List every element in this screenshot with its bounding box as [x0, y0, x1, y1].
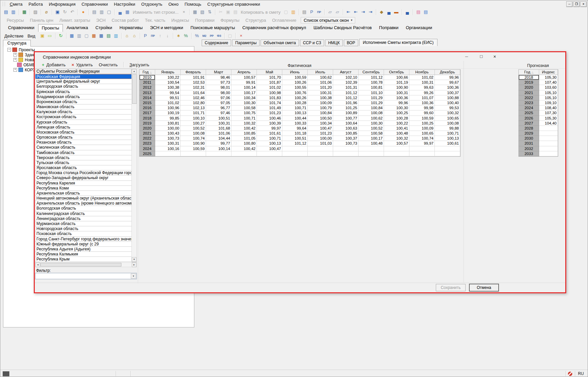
fact-value-cell[interactable]: 99,26 [409, 90, 435, 95]
fact-value-cell[interactable]: 100,59 [409, 116, 435, 121]
view-item-11[interactable]: Оглавление [269, 18, 299, 23]
fact-value-cell[interactable]: 101,29 [359, 95, 384, 100]
indent-remove-icon[interactable]: ⇥ [360, 9, 367, 15]
fact-value-cell[interactable]: 99,97 [409, 141, 435, 146]
fz-icon[interactable]: ФЗ [216, 33, 222, 39]
fact-value-cell[interactable]: 101,61 [257, 131, 282, 136]
forecast-value-cell[interactable] [539, 146, 558, 151]
forecast-year-cell[interactable]: 2020 [519, 85, 539, 90]
folder-collapse-icon[interactable]: ▭ [46, 33, 53, 39]
fact-value-cell[interactable]: 100,25 [409, 121, 435, 126]
fact-value-cell[interactable] [206, 151, 231, 156]
fact-value-cell[interactable]: 100,08 [181, 131, 206, 136]
fact-value-cell[interactable]: 100,59 [181, 146, 206, 151]
forecast-value-cell[interactable] [539, 151, 558, 156]
main-tab-1[interactable]: Справочники [4, 24, 38, 32]
region-row[interactable]: Российская Федерация [35, 74, 131, 79]
forecast-value-cell[interactable] [539, 126, 558, 131]
pp-icon[interactable]: РР [208, 33, 215, 39]
region-row[interactable]: Московская область [35, 130, 131, 135]
fact-value-cell[interactable]: 100,00 [308, 136, 333, 141]
region-row[interactable]: Город Москва столица Российской Федераци… [35, 170, 131, 175]
fact-value-cell[interactable]: 101,74 [257, 100, 282, 105]
fact-value-cell[interactable]: 100,00 [155, 126, 181, 131]
forecast-year-cell[interactable]: 2022 [519, 95, 539, 100]
forecast-value-cell[interactable]: 107,30 [539, 110, 558, 116]
summary-estimate-icon[interactable]: ▦ [91, 33, 97, 39]
region-row[interactable]: Псковская область [35, 231, 131, 236]
materials-icon[interactable]: ▬ [393, 9, 400, 15]
region-vertical-scrollbar[interactable]: ▲ ▼ [131, 69, 137, 262]
cut-icon[interactable]: ✂ [217, 9, 224, 15]
fact-value-cell[interactable]: 100,51 [282, 136, 308, 141]
fact-value-cell[interactable] [257, 151, 282, 156]
row-settings-icon[interactable]: ▤ [91, 9, 98, 15]
region-row[interactable]: Белгородская область [35, 84, 131, 89]
fact-value-cell[interactable]: 100,64 [333, 121, 359, 126]
fact-value-cell[interactable] [384, 151, 409, 156]
fact-value-cell[interactable]: 100,09 [308, 100, 333, 105]
fact-value-cell[interactable]: 100,59 [282, 75, 308, 80]
search-icon[interactable]: ⌀ [43, 9, 50, 15]
forecast-year-cell[interactable]: 2031 [519, 141, 539, 146]
fact-value-cell[interactable]: 101,06 [308, 80, 333, 85]
forecast-year-cell[interactable]: 2033 [519, 151, 539, 156]
fact-value-cell[interactable]: 100,71 [231, 116, 257, 121]
forecast-value-cell[interactable]: 109,10 [539, 100, 558, 105]
fact-value-cell[interactable]: 100,28 [282, 100, 308, 105]
fact-value-cell[interactable]: 102,46 [181, 95, 206, 100]
menu-item-6[interactable]: Отдохнуть [138, 1, 165, 8]
fact-column-header[interactable]: Январь [155, 70, 181, 75]
fact-value-cell[interactable]: 100,90 [181, 141, 206, 146]
local-estimate-icon[interactable]: ▥ [76, 33, 83, 39]
region-row[interactable]: Новгородская область [35, 226, 131, 231]
fact-value-cell[interactable] [435, 151, 460, 156]
fact-value-cell[interactable]: 100,54 [155, 80, 181, 85]
region-row[interactable]: Ленинградская область [35, 216, 131, 221]
fact-value-cell[interactable]: 100,73 [155, 136, 181, 141]
fact-value-cell[interactable]: 100,38 [308, 95, 333, 100]
fact-value-cell[interactable]: 100,73 [333, 141, 359, 146]
house-edit-icon[interactable]: ⌂ [131, 33, 138, 39]
fact-value-cell[interactable]: 100,13 [257, 141, 282, 146]
region-row[interactable]: Республика Крым [35, 257, 131, 262]
fact-value-cell[interactable]: 101,02 [409, 75, 435, 80]
fact-value-cell[interactable]: 100,17 [231, 90, 257, 95]
fact-value-cell[interactable]: 100,65 [435, 116, 460, 121]
export-doc-icon[interactable]: ▥ [113, 33, 119, 39]
fact-value-cell[interactable]: 101,70 [257, 75, 282, 80]
main-tab-2[interactable]: Проекты [38, 24, 63, 32]
contract-icon[interactable]: ▦ [98, 33, 105, 39]
fact-value-cell[interactable]: 99,51 [155, 95, 181, 100]
scroll-right-icon[interactable]: ► [132, 262, 136, 267]
fact-value-cell[interactable]: 100,26 [282, 80, 308, 85]
m2-icon[interactable]: М2 [201, 33, 208, 39]
refresh-tree-icon[interactable]: ↻ [58, 33, 64, 39]
doc-insert-icon[interactable]: ▧ [199, 9, 206, 15]
fact-value-cell[interactable]: 100,80 [231, 141, 257, 146]
fact-value-cell[interactable]: 96,77 [206, 105, 231, 110]
fact-year-cell[interactable]: 2010 [139, 75, 155, 80]
unlock-icon[interactable]: ● [80, 9, 87, 15]
fact-value-cell[interactable]: 101,25 [333, 105, 359, 110]
fact-value-cell[interactable] [435, 146, 460, 151]
fact-value-cell[interactable]: 101,03 [308, 141, 333, 146]
fact-value-cell[interactable]: 100,46 [257, 116, 282, 121]
region-row[interactable]: Архангельская область (кроме Ненецкого а… [35, 201, 131, 206]
add-button[interactable]: +Добавить [39, 62, 69, 68]
fact-value-cell[interactable]: 101,02 [257, 85, 282, 90]
fact-value-cell[interactable]: 100,22 [384, 121, 409, 126]
fact-value-cell[interactable]: 100,39 [257, 121, 282, 126]
param-pr-icon[interactable]: ПР [150, 33, 156, 39]
fact-value-cell[interactable]: 97,73 [206, 80, 231, 85]
fact-value-cell[interactable]: 100,10 [181, 116, 206, 121]
region-row[interactable]: Калининградская область [35, 211, 131, 216]
fact-value-cell[interactable]: 99,77 [206, 141, 231, 146]
fact-value-cell[interactable]: 101,12 [333, 90, 359, 95]
region-row[interactable]: Тамбовская область [35, 150, 131, 155]
fact-value-cell[interactable]: 100,88 [435, 95, 460, 100]
doc-tab-6[interactable]: ВОР [344, 40, 358, 46]
fact-value-cell[interactable]: 100,14 [206, 146, 231, 151]
fact-value-cell[interactable]: 97,05 [206, 100, 231, 105]
fact-value-cell[interactable]: 100,74 [409, 136, 435, 141]
